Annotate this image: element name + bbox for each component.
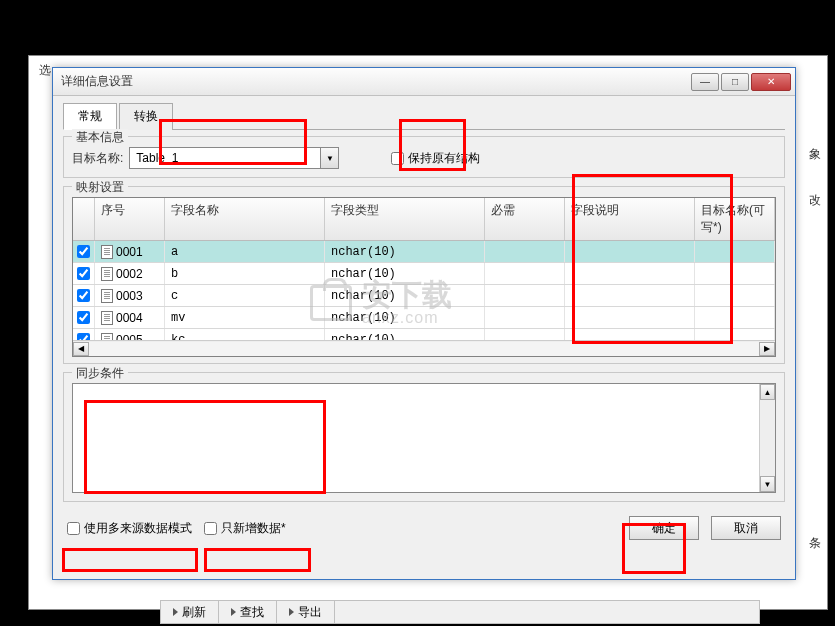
keep-structure-label: 保持原有结构 — [408, 150, 480, 167]
document-icon — [101, 267, 113, 281]
detail-settings-dialog: 详细信息设置 — □ ✕ 常规 转换 基本信息 目标名称: ▼ 保持原有结构 — [52, 67, 796, 580]
only-new-checkbox[interactable]: 只新增数据* — [204, 520, 286, 537]
footer-refresh[interactable]: 刷新 — [161, 601, 219, 623]
target-name-combo[interactable]: ▼ — [129, 147, 339, 169]
scroll-track[interactable] — [89, 342, 759, 356]
bg-char-gai: 改 — [809, 192, 821, 209]
keep-structure-input[interactable] — [391, 152, 404, 165]
sync-legend: 同步条件 — [72, 365, 128, 382]
chevron-down-icon[interactable]: ▼ — [320, 148, 338, 168]
cancel-button[interactable]: 取消 — [711, 516, 781, 540]
tab-strip: 常规 转换 — [63, 102, 785, 130]
bg-char-xiang: 象 — [809, 146, 821, 163]
keep-structure-checkbox[interactable]: 保持原有结构 — [391, 150, 480, 167]
col-type[interactable]: 字段类型 — [325, 198, 485, 240]
table-row[interactable]: 0001anchar(10) — [73, 241, 775, 263]
horizontal-scrollbar[interactable]: ◀ ▶ — [73, 340, 775, 356]
col-field[interactable]: 字段名称 — [165, 198, 325, 240]
target-name-label: 目标名称: — [72, 150, 123, 167]
close-button[interactable]: ✕ — [751, 73, 791, 91]
row-checkbox[interactable] — [77, 289, 90, 302]
multi-source-label: 使用多来源数据模式 — [84, 520, 192, 537]
scroll-down-icon[interactable]: ▼ — [760, 476, 775, 492]
footer-toolbar: 刷新 查找 导出 — [160, 600, 760, 624]
play-icon — [173, 608, 178, 616]
row-checkbox[interactable] — [77, 267, 90, 280]
bg-char-tiao: 条 — [809, 535, 821, 552]
table-row[interactable]: 0003cnchar(10) — [73, 285, 775, 307]
mapping-legend: 映射设置 — [72, 179, 128, 196]
tab-normal[interactable]: 常规 — [63, 103, 117, 130]
mapping-grid: 序号 字段名称 字段类型 必需 字段说明 目标名称(可写*) 0001ancha… — [72, 197, 776, 357]
sync-condition-fieldset: 同步条件 ▲ ▼ — [63, 372, 785, 502]
table-row[interactable]: 0004mvnchar(10) — [73, 307, 775, 329]
col-seq[interactable]: 序号 — [95, 198, 165, 240]
multi-source-input[interactable] — [67, 522, 80, 535]
bottom-row: 使用多来源数据模式 只新增数据* 确定 取消 — [63, 510, 785, 546]
row-checkbox[interactable] — [77, 311, 90, 324]
col-req[interactable]: 必需 — [485, 198, 565, 240]
maximize-button[interactable]: □ — [721, 73, 749, 91]
row-checkbox[interactable] — [77, 333, 90, 340]
basic-info-fieldset: 基本信息 目标名称: ▼ 保持原有结构 — [63, 136, 785, 178]
play-icon — [289, 608, 294, 616]
mapping-fieldset: 映射设置 序号 字段名称 字段类型 必需 字段说明 目标名称(可写*) 0001… — [63, 186, 785, 364]
row-checkbox[interactable] — [77, 245, 90, 258]
document-icon — [101, 333, 113, 341]
scroll-right-icon[interactable]: ▶ — [759, 342, 775, 356]
vertical-scrollbar[interactable]: ▲ ▼ — [759, 384, 775, 492]
basic-info-legend: 基本信息 — [72, 129, 128, 146]
play-icon — [231, 608, 236, 616]
scroll-up-icon[interactable]: ▲ — [760, 384, 775, 400]
sync-condition-textarea[interactable] — [73, 384, 759, 492]
document-icon — [101, 245, 113, 259]
target-name-input[interactable] — [130, 148, 320, 168]
only-new-input[interactable] — [204, 522, 217, 535]
grid-body[interactable]: 0001anchar(10)0002bnchar(10)0003cnchar(1… — [73, 241, 775, 340]
col-target[interactable]: 目标名称(可写*) — [695, 198, 775, 240]
tab-convert[interactable]: 转换 — [119, 103, 173, 130]
footer-export[interactable]: 导出 — [277, 601, 335, 623]
dialog-title: 详细信息设置 — [61, 73, 691, 90]
table-row[interactable]: 0002bnchar(10) — [73, 263, 775, 285]
scroll-left-icon[interactable]: ◀ — [73, 342, 89, 356]
document-icon — [101, 311, 113, 325]
titlebar: 详细信息设置 — □ ✕ — [53, 68, 795, 96]
grid-header: 序号 字段名称 字段类型 必需 字段说明 目标名称(可写*) — [73, 198, 775, 241]
multi-source-checkbox[interactable]: 使用多来源数据模式 — [67, 520, 192, 537]
document-icon — [101, 289, 113, 303]
footer-search[interactable]: 查找 — [219, 601, 277, 623]
only-new-label: 只新增数据* — [221, 520, 286, 537]
ok-button[interactable]: 确定 — [629, 516, 699, 540]
minimize-button[interactable]: — — [691, 73, 719, 91]
table-row[interactable]: 0005kcnchar(10) — [73, 329, 775, 340]
col-desc[interactable]: 字段说明 — [565, 198, 695, 240]
